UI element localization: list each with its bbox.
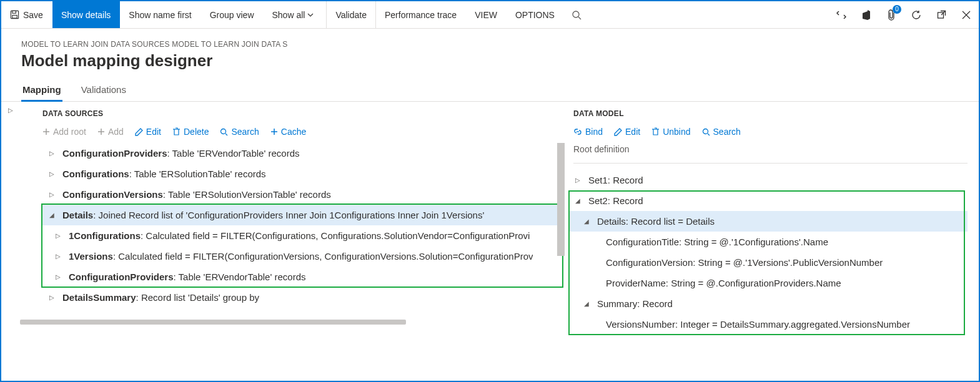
data-sources-tree: ▷ConfigurationProviders: Table 'ERVendor… [42,143,565,308]
tree-row-selected[interactable]: ◢Details: Record list = Details [568,211,968,232]
expander-icon[interactable]: ▷ [54,232,62,239]
plus-icon [97,128,105,135]
refresh-button[interactable] [904,1,929,28]
link-icon [836,11,846,19]
search-icon [220,128,228,136]
trash-icon [172,127,181,136]
office-icon-button[interactable] [854,1,879,28]
link-icon-button[interactable] [829,1,854,28]
tree-row[interactable]: ConfigurationTitle: String = @.'1Configu… [568,232,968,252]
performance-trace-button[interactable]: Performance trace [376,1,466,28]
data-model-commands: Bind Edit Unbind Search [568,124,968,144]
root-definition-label: Root definition [568,144,968,163]
edit-button[interactable]: Edit [135,127,161,137]
plus-icon [270,128,278,135]
cache-button[interactable]: Cache [270,127,306,137]
plus-icon [42,128,50,135]
validate-button[interactable]: Validate [327,1,376,28]
tab-mapping[interactable]: Mapping [21,79,62,101]
close-icon [962,11,971,19]
tree-row[interactable]: ConfigurationVersion: String = @.'1Versi… [568,252,968,273]
chevron-down-icon [307,12,314,18]
add-root-button[interactable]: Add root [42,127,86,137]
attachments-badge: 0 [893,5,901,14]
svg-rect-2 [12,15,17,18]
search-ds-button[interactable]: Search [220,127,259,137]
tree-row-selected[interactable]: ◢Details: Joined Record list of 'Configu… [42,205,565,225]
attachments-button[interactable]: 0 [879,1,904,28]
tree-row[interactable]: ▷ConfigurationProviders: Table 'ERVendor… [42,267,565,287]
breadcrumb: MODEL TO LEARN JOIN DATA SOURCES MODEL T… [21,40,959,49]
link-icon [573,127,582,136]
show-details-button[interactable]: Show details [52,1,120,28]
refresh-icon [911,10,921,20]
expander-icon[interactable]: ▷ [573,177,582,184]
tree-row[interactable]: ▷1Configurations: Calculated field = FIL… [42,225,565,246]
tree-row[interactable]: ▷ConfigurationVersions: Table 'ERSolutio… [42,184,565,205]
page-title: Model mapping designer [21,51,959,71]
collapser-icon[interactable]: ◢ [47,212,56,218]
data-model-heading: DATA MODEL [568,105,968,124]
svg-line-13 [225,134,227,135]
expander-icon[interactable]: ▷ [47,150,56,157]
tree-row[interactable]: ▷ConfigurationProviders: Table 'ERVendor… [42,143,565,164]
popout-icon [937,10,946,19]
divider [573,163,968,164]
save-icon [10,10,19,19]
pencil-icon [135,128,143,136]
tree-row[interactable]: ▷Set1: Record [568,170,968,190]
delete-button[interactable]: Delete [172,127,209,137]
expander-icon[interactable]: ▷ [54,273,62,280]
tab-validations[interactable]: Validations [80,79,127,101]
data-sources-heading: DATA SOURCES [20,105,565,124]
svg-line-18 [708,134,710,135]
horizontal-scrollbar[interactable] [20,319,556,325]
search-button[interactable] [564,1,589,28]
tree-row[interactable]: VersionsNumber: Integer = DetailsSummary… [568,314,968,335]
toolbar: Save Show details Show name first Group … [1,1,979,29]
close-button[interactable] [954,1,979,28]
tree-row[interactable]: ProviderName: String = @.ConfigurationPr… [568,273,968,293]
show-name-first-button[interactable]: Show name first [120,1,200,28]
svg-point-3 [573,11,579,17]
pencil-icon [614,128,622,136]
edit-dm-button[interactable]: Edit [614,127,640,137]
collapse-panel-toggle[interactable]: ▷ [1,102,20,369]
expander-icon[interactable]: ▷ [54,253,62,260]
vertical-scrollbar[interactable] [557,143,565,256]
expander-icon[interactable]: ▷ [47,191,56,198]
unbind-button[interactable]: Unbind [651,127,690,137]
search-icon [702,128,710,136]
page-header: MODEL TO LEARN JOIN DATA SOURCES MODEL T… [1,29,979,74]
office-icon [862,10,871,20]
search-dm-button[interactable]: Search [702,127,741,137]
tree-row[interactable]: ▷DetailsSummary: Record list 'Details' g… [42,287,565,308]
expander-icon[interactable]: ▷ [47,294,56,301]
view-button[interactable]: VIEW [466,1,507,28]
search-icon [572,10,582,20]
show-all-dropdown[interactable]: Show all [264,1,327,28]
bind-button[interactable]: Bind [573,127,603,137]
svg-line-4 [578,17,581,19]
svg-point-12 [221,129,226,134]
collapser-icon[interactable]: ◢ [573,197,582,204]
save-button[interactable]: Save [1,1,52,28]
trash-icon [651,127,660,136]
tree-row[interactable]: ▷Configurations: Table 'ERSolutionTable'… [42,164,565,184]
collapser-icon[interactable]: ◢ [582,218,591,225]
options-button[interactable]: OPTIONS [507,1,564,28]
svg-rect-1 [12,11,16,13]
group-view-button[interactable]: Group view [201,1,264,28]
collapser-icon[interactable]: ◢ [582,300,591,307]
add-button[interactable]: Add [97,127,124,137]
data-sources-commands: Add root Add Edit Delete Search Cache [20,124,565,143]
tree-row[interactable]: ◢Summary: Record [568,293,968,314]
expander-icon[interactable]: ▷ [47,170,56,177]
popout-button[interactable] [929,1,954,28]
tabs: Mapping Validations [1,74,979,102]
tree-row[interactable]: ◢Set2: Record [568,190,968,211]
svg-point-17 [703,129,708,134]
tree-row[interactable]: ▷1Versions: Calculated field = FILTER(Co… [42,246,565,267]
data-model-tree: ▷Set1: Record ◢Set2: Record ◢Details: Re… [568,170,968,335]
